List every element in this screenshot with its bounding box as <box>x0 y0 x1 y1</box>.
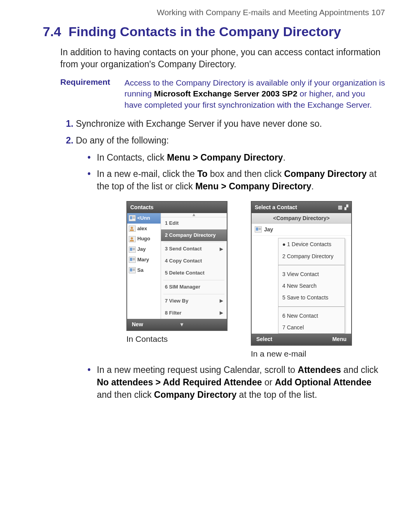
b3-m3: and then click <box>97 390 154 400</box>
menu-item-copy-contact[interactable]: 4 Copy Contact <box>161 255 227 267</box>
phone-right-softbar: Select Menu <box>252 334 351 345</box>
caption-email: In a new e-mail <box>251 348 352 360</box>
section-heading: 7.4 Finding Contacts in the Company Dire… <box>43 24 385 39</box>
contact-row[interactable]: Sa <box>127 265 161 276</box>
phone-right-body: Jay ● 1 Device Contacts 2 Company Direct… <box>252 224 351 334</box>
menu-item-company-directory[interactable]: 2 Company Directory <box>278 250 345 262</box>
contact-row[interactable]: alex <box>127 224 161 234</box>
menu-item-edit[interactable]: 1 Edit <box>161 217 227 229</box>
contact-row[interactable]: Mary <box>127 255 161 265</box>
menu-label: 8 Filter <box>165 310 182 317</box>
menu-scroll-down-icon[interactable]: ▾ <box>180 320 183 328</box>
step-2-sublist-after: In a new meeting request using Calendar,… <box>76 364 385 401</box>
contact-name: <Unn <box>137 215 150 222</box>
menu-item-send-contact[interactable]: 3 Send Contact▶ <box>161 243 227 255</box>
menu-item-view-contact: 3 View Contact <box>278 268 345 280</box>
step-2: Do any of the following: In Contacts, cl… <box>76 134 385 401</box>
bullet-email: In a new e-mail, click the To box and th… <box>88 168 385 192</box>
phone-contacts: Contacts <Unn alex Hugo Jay Mary Sa <box>126 201 228 331</box>
b3-b1: Attendees <box>298 365 341 375</box>
softkey-new[interactable]: New <box>132 320 143 328</box>
menu-item-cancel[interactable]: 7 Cancel <box>278 322 345 333</box>
bullet-contacts: In Contacts, click Menu > Company Direct… <box>88 151 385 164</box>
contact-name: alex <box>137 225 147 233</box>
bullet-meeting: In a new meeting request using Calendar,… <box>88 364 385 401</box>
requirement-bold: Microsoft Exchange Server 2003 SP2 <box>154 89 298 98</box>
menu-scroll-up-icon[interactable]: ▴ <box>161 213 227 217</box>
phone-left-titlebar: Contacts <box>127 202 227 213</box>
steps-list: Synchronize with Exchange Server if you … <box>60 117 385 401</box>
b3-post: at the top of the list. <box>236 390 317 400</box>
menu-item-company-directory[interactable]: 2 Company Directory <box>161 229 227 241</box>
menu-label: 7 View By <box>165 297 188 305</box>
status-icons: ▥ ▞ <box>338 204 348 211</box>
b3-b3: Add Optional Attendee <box>275 377 371 387</box>
submenu-arrow-icon: ▶ <box>220 310 223 316</box>
contact-name: Jay <box>137 246 146 253</box>
b3-m2: or <box>262 377 275 387</box>
menu-item-new-search: 4 New Search <box>278 280 345 292</box>
b3-b4: Company Directory <box>154 390 236 400</box>
b1-post: . <box>283 152 285 163</box>
contact-card-icon <box>255 226 262 233</box>
menu-item-save-to-contacts: 5 Save to Contacts <box>278 292 345 303</box>
submenu-arrow-icon: ▶ <box>220 298 223 304</box>
phone-left-title: Contacts <box>130 203 154 211</box>
phone-right-menu: ● 1 Device Contacts 2 Company Directory … <box>278 238 345 334</box>
screenshot-contacts: Contacts <Unn alex Hugo Jay Mary Sa <box>126 201 228 360</box>
step-1: Synchronize with Exchange Server if you … <box>76 117 385 130</box>
section-title-text: Finding Contacts in the Company Director… <box>68 24 341 39</box>
contact-name: Sa <box>137 267 144 274</box>
softkey-menu[interactable]: Menu <box>332 335 346 343</box>
menu-item-view-by[interactable]: 7 View By▶ <box>161 295 227 307</box>
battery-icon: ▥ <box>338 204 342 211</box>
phone-select-contact: Select a Contact ▥ ▞ <Company Directory>… <box>251 201 352 345</box>
submenu-arrow-icon: ▶ <box>220 246 223 252</box>
b3-m1: and click <box>341 365 378 375</box>
menu-item-filter[interactable]: 8 Filter▶ <box>161 307 227 319</box>
screenshots-row: Contacts <Unn alex Hugo Jay Mary Sa <box>126 201 385 360</box>
contact-name: Mary <box>137 256 149 264</box>
phone-right-title: Select a Contact <box>255 203 297 211</box>
signal-icon: ▞ <box>345 204 348 211</box>
contacts-list: <Unn alex Hugo Jay Mary Sa <box>127 213 161 319</box>
requirement-label: Requirement <box>60 77 124 110</box>
b2-pre: In a new e-mail, click the <box>97 169 197 179</box>
contact-row[interactable]: <Unn <box>127 213 161 224</box>
menu-label: 3 Send Contact <box>165 245 202 253</box>
b1-pre: In Contacts, click <box>97 152 167 163</box>
contact-row[interactable]: Jay <box>127 244 161 255</box>
phone-left-body: <Unn alex Hugo Jay Mary Sa ▴ 1 Edit 2 Co… <box>127 213 227 319</box>
contact-card-icon <box>129 247 136 253</box>
contact-card-icon <box>129 257 136 263</box>
menu-item-sim-manager[interactable]: 6 SIM Manager <box>161 281 227 293</box>
contact-person-icon <box>129 226 136 232</box>
phone-left-menu: ▴ 1 Edit 2 Company Directory 3 Send Cont… <box>161 213 227 319</box>
step-2-text: Do any of the following: <box>76 135 169 145</box>
b3-b2: No attendees > Add Required Attendee <box>97 377 262 387</box>
contact-row[interactable]: Hugo <box>127 234 161 244</box>
requirement-block: Requirement Access to the Company Direct… <box>60 77 385 110</box>
b2-m1: box and then click <box>208 169 284 179</box>
menu-item-device-contacts[interactable]: ● 1 Device Contacts <box>278 238 345 250</box>
b2-b2: Company Directory <box>284 169 367 179</box>
b2-b1: To <box>197 169 207 179</box>
section-number: 7.4 <box>43 24 61 39</box>
contact-name: Hugo <box>137 235 150 243</box>
b2-b3: Menu > Company Directory <box>195 181 311 191</box>
menu-item-delete-contact[interactable]: 5 Delete Contact <box>161 267 227 279</box>
menu-label: 1 Device Contacts <box>287 241 331 247</box>
caption-contacts: In Contacts <box>126 333 228 345</box>
b3-pre: In a new meeting request using Calendar,… <box>97 365 298 375</box>
menu-item-new-contact[interactable]: 6 New Contact <box>278 310 345 322</box>
running-header: Working with Company E-mails and Meeting… <box>43 8 385 17</box>
softkey-select[interactable]: Select <box>256 335 272 343</box>
company-directory-subhead[interactable]: <Company Directory> <box>252 213 351 224</box>
b2-post: . <box>312 181 314 191</box>
requirement-text: Access to the Company Directory is avail… <box>124 77 385 110</box>
contact-name: Jay <box>264 226 273 233</box>
contact-card-icon <box>129 267 136 273</box>
contact-row[interactable]: Jay <box>252 224 351 236</box>
contact-card-icon <box>129 215 136 221</box>
phone-right-titlebar: Select a Contact ▥ ▞ <box>252 202 351 213</box>
